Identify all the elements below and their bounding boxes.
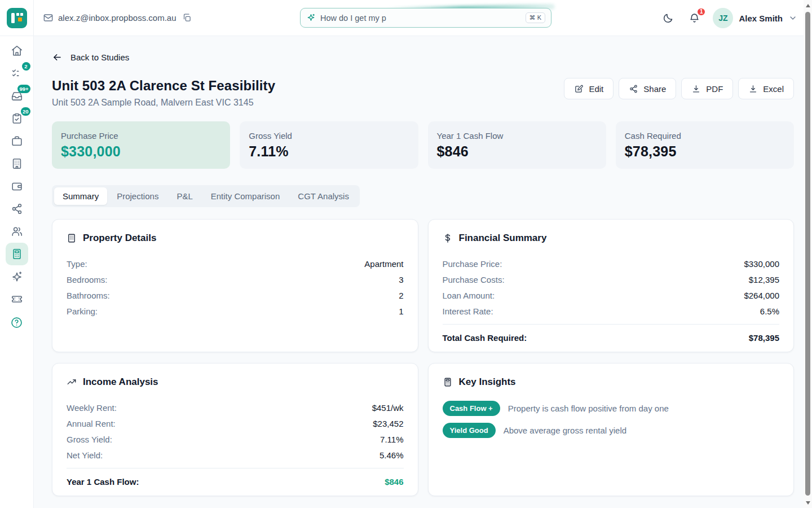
- stat-purchase-price: Purchase Price $330,000: [52, 121, 230, 169]
- row-value: $451/wk: [372, 403, 404, 413]
- clipboard-check-icon: [11, 112, 23, 125]
- moon-icon: [662, 12, 674, 24]
- back-to-studies[interactable]: Back to Studies: [52, 52, 129, 63]
- scrollbar-down-arrow[interactable]: [806, 501, 810, 505]
- arrow-left-icon: [52, 52, 63, 63]
- sidebar-item-tasks[interactable]: 2: [6, 62, 28, 85]
- sidebar-item-share[interactable]: [6, 198, 28, 220]
- stat-label: Cash Required: [625, 131, 785, 141]
- insight-row: Yield Good Above average gross rental yi…: [443, 423, 780, 438]
- stat-year1-cash-flow: Year 1 Cash Flow $846: [428, 121, 606, 169]
- detail-row: Type:Apartment: [67, 256, 404, 271]
- share-button[interactable]: Share: [619, 78, 676, 99]
- inbox-badge: 99+: [17, 85, 30, 93]
- tab-summary[interactable]: Summary: [54, 187, 107, 205]
- stat-value: 7.11%: [249, 143, 409, 160]
- user-menu[interactable]: JZ Alex Smith: [713, 8, 797, 28]
- detail-row: Purchase Costs:$12,395: [443, 271, 780, 287]
- page-subtitle: Unit 503 2A Sample Road, Malvern East VI…: [52, 98, 275, 108]
- share-label: Share: [643, 84, 666, 94]
- edit-label: Edit: [589, 84, 603, 94]
- sidebar-item-ai[interactable]: [6, 265, 28, 288]
- detail-row: Annual Rent:$23,452: [67, 415, 404, 431]
- search-box[interactable]: ⌘ K: [300, 8, 551, 28]
- stat-value: $846: [437, 143, 597, 160]
- sidebar-item-feasibility[interactable]: [6, 243, 28, 265]
- row-value: 6.5%: [760, 306, 779, 316]
- tab-entity-comparison[interactable]: Entity Comparison: [202, 187, 289, 205]
- share-icon: [629, 84, 638, 94]
- tab-bar: Summary Projections P&L Entity Compariso…: [52, 185, 360, 207]
- help-icon: [10, 316, 23, 329]
- row-label: Gross Yield:: [67, 435, 112, 444]
- scrollbar-thumb[interactable]: [805, 12, 810, 496]
- notifications-button[interactable]: 1: [686, 10, 703, 27]
- share-network-icon: [11, 203, 23, 215]
- total-row: Total Cash Required:$78,395: [443, 330, 780, 345]
- avatar: JZ: [713, 8, 733, 28]
- key-insights-card: Key Insights Cash Flow + Property is cas…: [428, 363, 795, 496]
- download-icon: [748, 84, 758, 94]
- stat-cards: Purchase Price $330,000 Gross Yield 7.11…: [52, 121, 794, 169]
- total-row: Year 1 Cash Flow:$846: [67, 474, 404, 489]
- ai-sparkles-icon: [306, 13, 316, 23]
- pdf-label: PDF: [706, 84, 723, 94]
- property-details-card: Property Details Type:Apartment Bedrooms…: [52, 219, 418, 352]
- main-content: Back to Studies Unit 503 2A Clarence St …: [34, 36, 804, 508]
- users-icon: [11, 225, 23, 238]
- row-label: Type:: [67, 259, 87, 269]
- sidebar-item-approvals[interactable]: 20: [6, 107, 28, 130]
- tab-cgt-analysis[interactable]: CGT Analysis: [289, 187, 358, 205]
- row-label: Loan Amount:: [443, 291, 495, 300]
- divider: [67, 468, 404, 468]
- income-analysis-card: Income Analysis Weekly Rent:$451/wk Annu…: [52, 363, 418, 496]
- row-label: Purchase Costs:: [443, 275, 505, 284]
- sidebar-item-wallet[interactable]: [6, 175, 28, 198]
- sidebar-item-home[interactable]: [6, 40, 28, 62]
- search-input[interactable]: [320, 14, 526, 23]
- sparkles-icon: [11, 270, 23, 283]
- trending-up-icon: [67, 377, 77, 387]
- stat-label: Purchase Price: [61, 131, 221, 141]
- divider: [443, 324, 780, 325]
- card-title: Property Details: [83, 233, 156, 244]
- app-logo[interactable]: [0, 0, 34, 36]
- global-search: ⌘ K: [300, 8, 551, 28]
- row-value: 3: [399, 275, 403, 284]
- sidebar-item-tickets[interactable]: [6, 288, 28, 310]
- row-value: $12,395: [749, 275, 779, 284]
- page-scrollbar[interactable]: [804, 0, 812, 508]
- insight-text: Property is cash flow positive from day …: [508, 404, 669, 413]
- page-title: Unit 503 2A Clarence St Feasibility: [52, 78, 275, 94]
- edit-icon: [574, 84, 584, 94]
- detail-row: Interest Rate:6.5%: [443, 303, 780, 319]
- copy-icon: [182, 13, 192, 23]
- home-icon: [11, 45, 23, 57]
- tab-projections[interactable]: Projections: [108, 187, 167, 205]
- briefcase-icon: [11, 135, 23, 147]
- row-label: Total Cash Required:: [443, 333, 527, 343]
- insight-badge: Cash Flow +: [443, 401, 500, 416]
- sidebar-item-portfolio[interactable]: [6, 130, 28, 152]
- propboss-logo-icon: [7, 8, 27, 28]
- pdf-download-button[interactable]: PDF: [681, 78, 733, 99]
- copy-email-button[interactable]: [181, 12, 193, 24]
- tab-pl[interactable]: P&L: [168, 187, 201, 205]
- excel-download-button[interactable]: Excel: [738, 78, 794, 99]
- sidebar-item-help[interactable]: [6, 311, 28, 334]
- edit-button[interactable]: Edit: [564, 78, 614, 99]
- dark-mode-toggle[interactable]: [660, 10, 676, 27]
- row-value: $23,452: [373, 419, 403, 428]
- chevron-down-icon: [788, 14, 797, 23]
- financial-summary-card: Financial Summary Purchase Price:$330,00…: [428, 219, 795, 352]
- stat-label: Year 1 Cash Flow: [437, 131, 597, 141]
- row-value: 7.11%: [380, 435, 403, 444]
- ticket-icon: [11, 293, 23, 305]
- sidebar-item-contacts[interactable]: [6, 220, 28, 243]
- scrollbar-up-arrow[interactable]: [806, 4, 810, 7]
- row-value: Apartment: [364, 259, 403, 269]
- row-label: Year 1 Cash Flow:: [67, 477, 139, 487]
- sidebar-item-properties[interactable]: [6, 152, 28, 175]
- detail-row: Net Yield:5.46%: [67, 447, 404, 463]
- sidebar-item-inbox[interactable]: 99+: [6, 85, 28, 107]
